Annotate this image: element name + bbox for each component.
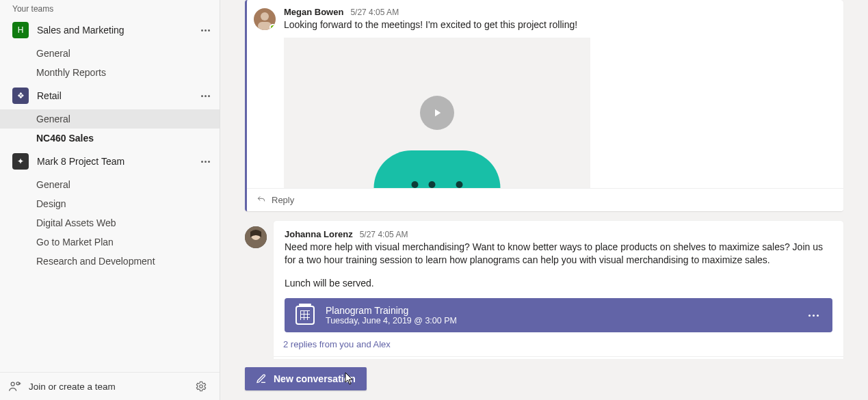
new-conversation-label: New conversation (274, 373, 356, 384)
reply-button[interactable]: Reply (247, 188, 843, 211)
reply-icon (257, 195, 266, 204)
team-name-label: Retail (37, 90, 198, 101)
post-card: Johanna Lorenz 5/27 4:05 AM Need more he… (274, 221, 843, 359)
calendar-icon (295, 306, 315, 325)
channel-item[interactable]: Monthly Reports (0, 63, 220, 82)
team-mark8[interactable]: ✦ Mark 8 Project Team (0, 148, 220, 175)
more-icon[interactable] (198, 158, 213, 165)
team-avatar: ✦ (12, 153, 29, 170)
post-text: Need more help with visual merchandising… (285, 241, 832, 267)
channel-item[interactable]: Go to Market Plan (0, 232, 220, 252)
teams-sidebar: Your teams H Sales and Marketing General… (0, 0, 220, 400)
more-icon[interactable] (198, 27, 213, 34)
svg-point-3 (261, 12, 269, 21)
team-name-label: Mark 8 Project Team (37, 156, 198, 167)
conversation-pane: Megan Bowen 5/27 4:05 AM Looking forward… (220, 0, 868, 400)
meeting-datetime: Tuesday, June 4, 2019 @ 3:00 PM (326, 316, 806, 325)
composer-area: New conversation (220, 359, 868, 400)
svg-point-2 (200, 385, 203, 388)
team-retail[interactable]: ❖ Retail (0, 82, 220, 109)
meeting-card[interactable]: Planogram Training Tuesday, June 4, 2019… (285, 298, 832, 332)
more-icon[interactable] (198, 92, 213, 100)
more-icon[interactable] (806, 312, 821, 319)
your-teams-label: Your teams (0, 0, 220, 16)
channel-item[interactable]: Digital Assets Web (0, 213, 220, 232)
post-author: Megan Bowen (284, 7, 343, 17)
meeting-title: Planogram Training (326, 305, 806, 316)
team-name-label: Sales and Marketing (37, 25, 198, 36)
post-text: Looking forward to the meetings! I'm exc… (284, 18, 837, 32)
video-attachment[interactable] (284, 38, 590, 188)
post-timestamp: 5/27 4:05 AM (360, 230, 408, 239)
new-conversation-button[interactable]: New conversation (245, 367, 367, 390)
reply-label: Reply (272, 195, 294, 205)
channel-item[interactable]: Design (0, 194, 220, 213)
gear-icon[interactable] (195, 380, 207, 392)
team-avatar: H (12, 22, 29, 38)
compose-icon (256, 373, 267, 384)
post-card: Megan Bowen 5/27 4:05 AM Looking forward… (245, 0, 843, 211)
join-create-icon (8, 379, 22, 393)
svg-point-0 (11, 382, 14, 386)
replies-link[interactable]: 2 replies from you and Alex (274, 332, 843, 356)
post-author: Johanna Lorenz (285, 229, 353, 239)
avatar (245, 226, 267, 248)
channel-item[interactable]: Research and Development (0, 252, 220, 271)
team-sales-marketing[interactable]: H Sales and Marketing (0, 16, 220, 44)
join-create-link[interactable]: Join or create a team (29, 382, 195, 392)
team-avatar: ❖ (12, 88, 29, 104)
post-timestamp: 5/27 4:05 AM (350, 8, 399, 17)
channel-item[interactable]: General (0, 175, 220, 194)
channel-item[interactable]: General (0, 109, 220, 129)
avatar (254, 8, 276, 30)
channel-item[interactable]: NC460 Sales (0, 129, 220, 148)
sidebar-footer: Join or create a team (0, 372, 220, 400)
post-text: Lunch will be served. (285, 277, 832, 291)
presence-available-icon (269, 24, 276, 30)
channel-item[interactable]: General (0, 44, 220, 63)
play-icon[interactable] (420, 96, 454, 130)
